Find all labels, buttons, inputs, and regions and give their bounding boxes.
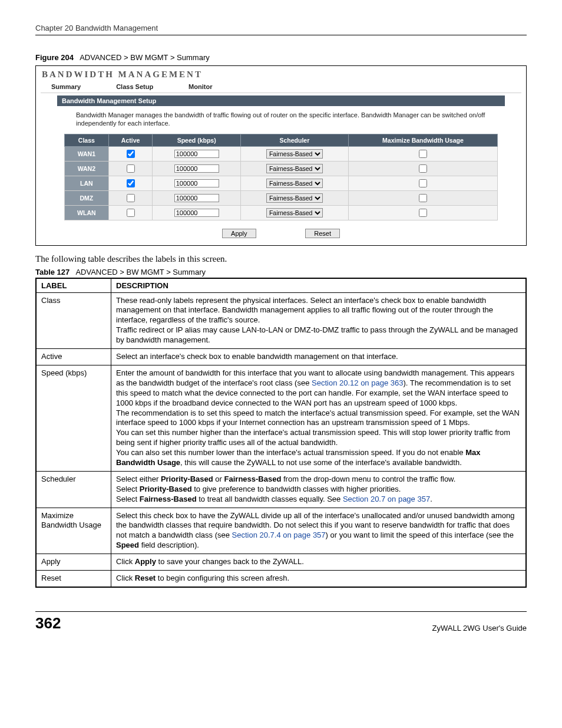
col-label: LABEL [36,278,111,293]
active-cell [108,176,153,190]
table-row: WLANFairness-Based [65,205,498,220]
table-label: Table 127 [35,268,70,276]
label-class: Class [36,292,111,348]
active-checkbox[interactable] [127,179,135,187]
row-class: Class These read-only labels represent t… [36,292,526,348]
desc-active: Select an interface's check box to enabl… [111,349,527,365]
speed-input[interactable] [174,194,219,202]
speed-cell [153,161,240,176]
text: to begin configuring this screen afresh. [156,574,289,582]
tab-summary[interactable]: Summary [51,82,81,91]
speed-input[interactable] [174,179,219,187]
max-checkbox[interactable] [419,179,427,187]
reset-button[interactable]: Reset [305,229,340,238]
text: ) or you want to limit the speed of this… [326,531,514,539]
table-row: DMZFairness-Based [65,190,498,205]
guide-name: ZyWALL 2WG User's Guide [432,624,527,633]
label-apply: Apply [36,554,111,571]
desc-speed: Enter the amount of bandwidth for this i… [111,365,527,471]
text: Traffic redirect or IP alias may cause L… [116,325,518,344]
text: Select [116,495,140,503]
text: You can set this number higher than the … [116,428,510,447]
desc-scheduler: Select either Priority-Based or Fairness… [111,471,527,508]
col-description: DESCRIPTION [111,278,527,293]
label-active: Active [36,349,111,365]
text: Select [116,485,140,493]
text: from the drop-down menu to control the t… [281,475,455,483]
row-scheduler: Scheduler Select either Priority-Based o… [36,471,526,508]
scheduler-cell: Fairness-Based [240,146,348,161]
text: , this will cause the ZyWALL to not use … [180,458,462,467]
active-checkbox[interactable] [127,209,135,217]
max-checkbox[interactable] [419,164,427,173]
table-row: LANFairness-Based [65,176,498,190]
bold: Speed [116,541,139,549]
section-bar: Bandwidth Management Setup [57,95,505,106]
desc-class: These read-only labels represent the phy… [111,292,527,348]
bold: Priority-Based [161,475,213,483]
scheduler-select[interactable]: Fairness-Based [266,208,323,218]
scheduler-select[interactable]: Fairness-Based [266,149,323,159]
class-cell: WLAN [65,205,109,220]
max-cell [348,161,497,176]
row-reset: Reset Click Reset to begin configuring t… [36,570,526,587]
scheduler-cell: Fairness-Based [240,176,348,190]
apply-button[interactable]: Apply [222,229,256,238]
scheduler-select[interactable]: Fairness-Based [266,193,323,203]
text: to treat all bandwidth classes equally. … [197,495,343,503]
max-cell [348,176,497,190]
col-active: Active [108,134,153,146]
scheduler-cell: Fairness-Based [240,161,348,176]
label-max: Maximize Bandwidth Usage [36,508,111,554]
figure-label: Figure 204 [35,53,74,62]
link-section-20-7[interactable]: Section 20.7 on page 357 [343,495,430,503]
screenshot-description: Bandwidth Manager manages the bandwidth … [76,111,498,128]
text: The recommendation is to set this speed … [116,409,520,427]
label-reset: Reset [36,570,111,587]
active-cell [108,161,153,176]
col-max: Maximize Bandwidth Usage [348,134,497,146]
link-section-20-12[interactable]: Section 20.12 on page 363 [312,378,403,387]
page-number: 362 [35,614,61,633]
active-cell [108,205,153,220]
desc-apply: Click Apply to save your changes back to… [111,554,527,571]
speed-input[interactable] [174,150,219,158]
scheduler-cell: Fairness-Based [240,205,348,220]
scheduler-select[interactable]: Fairness-Based [266,164,323,173]
speed-input[interactable] [174,164,219,173]
max-checkbox[interactable] [419,150,427,158]
active-checkbox[interactable] [127,150,135,158]
bold: Fairness-Based [140,495,197,503]
bold: Apply [135,557,156,566]
screenshot-tabs: Summary Class Setup Monitor [41,82,521,93]
max-cell [348,190,497,205]
link-section-20-7-4[interactable]: Section 20.7.4 on page 357 [232,531,326,539]
bold: Priority-Based [140,485,192,493]
text: These read-only labels represent the phy… [116,296,493,325]
max-cell [348,205,497,220]
screenshot: BANDWIDTH MANAGEMENT Summary Class Setup… [35,65,527,246]
scheduler-select[interactable]: Fairness-Based [266,179,323,188]
text: to give preference to bandwidth classes … [192,485,401,493]
max-checkbox[interactable] [419,194,427,202]
active-checkbox[interactable] [127,164,135,173]
tab-monitor[interactable]: Monitor [189,82,212,91]
col-class: Class [65,134,109,146]
page-footer: 362 ZyWALL 2WG User's Guide [35,611,527,633]
tab-class-setup[interactable]: Class Setup [116,82,153,91]
max-checkbox[interactable] [419,209,427,217]
desc-max: Select this check box to have the ZyWALL… [111,508,527,554]
active-checkbox[interactable] [127,194,135,202]
class-cell: DMZ [65,190,109,205]
text: You can also set this number lower than … [116,448,465,457]
speed-input[interactable] [174,209,219,217]
bold: Reset [135,574,156,582]
text: . [430,495,432,503]
bold: Fairness-Based [224,475,282,483]
figure-caption: Figure 204 ADVANCED > BW MGMT > Summary [35,53,527,62]
label-speed: Speed (kbps) [36,365,111,471]
text: to save your changes back to the ZyWALL. [156,557,304,566]
active-cell [108,190,153,205]
table-row: WAN1Fairness-Based [65,146,498,161]
lead-text: The following table describes the labels… [35,254,527,264]
